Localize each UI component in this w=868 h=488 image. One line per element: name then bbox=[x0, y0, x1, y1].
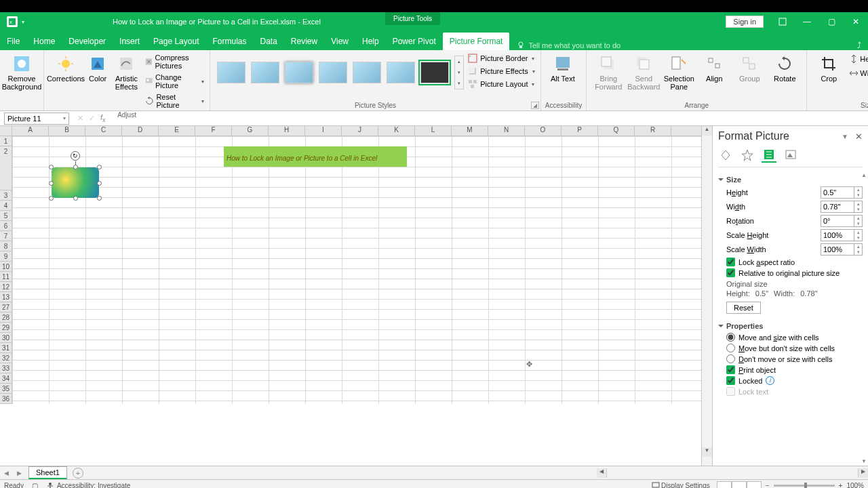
picture-styles-gallery[interactable]: ▴▾▾ bbox=[214, 53, 467, 92]
column-header[interactable]: H bbox=[269, 126, 305, 136]
move-nosize-radio[interactable] bbox=[726, 344, 735, 352]
styles-launcher-icon[interactable]: ◢ bbox=[531, 102, 539, 109]
resize-handle[interactable] bbox=[97, 196, 102, 201]
column-header[interactable]: O bbox=[525, 126, 561, 136]
color-button[interactable]: Color bbox=[83, 53, 112, 84]
normal-view-button[interactable] bbox=[717, 481, 732, 489]
row-header[interactable]: 32 bbox=[0, 353, 12, 363]
page-layout-view-button[interactable] bbox=[732, 481, 747, 489]
zoom-in-button[interactable]: + bbox=[839, 482, 843, 488]
picture-layout-button[interactable]: Picture Layout▾ bbox=[467, 79, 536, 89]
row-header[interactable]: 28 bbox=[0, 312, 12, 323]
column-header[interactable]: L bbox=[415, 126, 452, 136]
cell-grid[interactable]: How to Lock an Image or Picture to a Cel… bbox=[12, 136, 701, 404]
move-size-radio[interactable] bbox=[726, 333, 735, 342]
signin-button[interactable]: Sign in bbox=[726, 16, 764, 28]
column-header[interactable]: N bbox=[488, 126, 525, 136]
style-thumb[interactable] bbox=[387, 62, 415, 83]
row-header[interactable]: 33 bbox=[0, 363, 12, 373]
change-picture-button[interactable]: Change Picture▾ bbox=[144, 73, 206, 90]
row-header[interactable]: 34 bbox=[0, 373, 12, 384]
row-header[interactable]: 31 bbox=[0, 343, 12, 353]
accessibility-status[interactable]: Accessibility: Investigate bbox=[57, 482, 130, 488]
style-thumb[interactable] bbox=[353, 62, 381, 83]
pane-close-button[interactable]: ✕ bbox=[855, 131, 863, 142]
column-header[interactable]: R bbox=[635, 126, 671, 136]
rotate-handle-icon[interactable]: ↻ bbox=[71, 151, 80, 161]
row-header[interactable]: 7 bbox=[0, 231, 12, 241]
page-break-view-button[interactable] bbox=[747, 481, 762, 489]
column-header[interactable]: I bbox=[305, 126, 342, 136]
ribbon-options-icon[interactable] bbox=[770, 12, 795, 31]
tab-home[interactable]: Home bbox=[26, 33, 62, 50]
row-header[interactable]: 29 bbox=[0, 323, 12, 333]
reset-picture-button[interactable]: Reset Picture▾ bbox=[144, 92, 206, 110]
column-header[interactable]: C bbox=[85, 126, 122, 136]
locked-checkbox[interactable] bbox=[726, 376, 735, 385]
display-settings[interactable]: Display Settings bbox=[661, 482, 710, 488]
scroll-down-icon[interactable]: ▼ bbox=[702, 447, 712, 457]
pane-width-input[interactable] bbox=[821, 201, 854, 212]
pane-scroll-down-icon[interactable]: ▼ bbox=[861, 458, 867, 464]
column-header[interactable]: J bbox=[342, 126, 378, 136]
tab-data[interactable]: Data bbox=[253, 33, 283, 50]
align-button[interactable]: Align bbox=[696, 53, 732, 84]
print-object-checkbox[interactable] bbox=[726, 365, 735, 374]
zoom-slider[interactable] bbox=[774, 485, 835, 487]
tab-review[interactable]: Review bbox=[284, 33, 324, 50]
sheet-tab[interactable]: Sheet1 bbox=[28, 466, 67, 479]
artistic-effects-button[interactable]: Artistic Effects bbox=[112, 53, 140, 92]
row-header[interactable]: 6 bbox=[0, 221, 12, 231]
style-thumb[interactable] bbox=[217, 62, 245, 83]
size-properties-tab-icon[interactable] bbox=[762, 148, 776, 163]
row-header[interactable]: 35 bbox=[0, 384, 12, 394]
column-header[interactable]: F bbox=[195, 126, 232, 136]
tab-file[interactable]: File bbox=[0, 33, 26, 50]
picture-effects-button[interactable]: Picture Effects▾ bbox=[467, 66, 536, 77]
resize-handle[interactable] bbox=[49, 165, 54, 169]
pane-scroll-up-icon[interactable]: ▲ bbox=[861, 172, 867, 178]
corrections-button[interactable]: Corrections bbox=[48, 53, 83, 84]
selection-pane-button[interactable]: Selection Pane bbox=[661, 53, 696, 92]
new-sheet-button[interactable]: + bbox=[73, 468, 83, 479]
tab-pagelayout[interactable]: Page Layout bbox=[146, 33, 205, 50]
relative-checkbox[interactable] bbox=[726, 268, 735, 277]
row-header[interactable]: 9 bbox=[0, 251, 12, 262]
effects-tab-icon[interactable] bbox=[740, 148, 755, 163]
tab-pictureformat[interactable]: Picture Format bbox=[443, 33, 510, 50]
pane-scaleh-input[interactable] bbox=[821, 230, 854, 241]
inserted-picture[interactable]: ↻ bbox=[52, 167, 99, 198]
lock-aspect-checkbox[interactable] bbox=[726, 258, 735, 266]
pane-height-input[interactable] bbox=[821, 187, 854, 198]
info-icon[interactable]: i bbox=[766, 376, 774, 385]
resize-handle[interactable] bbox=[73, 196, 78, 201]
zoom-out-button[interactable]: − bbox=[766, 482, 770, 488]
horizontal-scrollbar[interactable]: ◀▶ bbox=[597, 468, 868, 478]
column-header[interactable]: P bbox=[561, 126, 598, 136]
tab-developer[interactable]: Developer bbox=[62, 33, 113, 50]
column-header[interactable]: E bbox=[159, 126, 195, 136]
resize-handle[interactable] bbox=[97, 181, 102, 186]
tab-formulas[interactable]: Formulas bbox=[205, 33, 253, 50]
size-section-header[interactable]: Size bbox=[718, 176, 863, 184]
sheet-nav-prev[interactable]: ◀ bbox=[0, 470, 13, 476]
macro-record-icon[interactable]: ▢ bbox=[32, 482, 38, 488]
close-button[interactable]: ✕ bbox=[844, 12, 868, 31]
spinner[interactable]: ▴▾ bbox=[854, 230, 862, 241]
properties-section-header[interactable]: Properties bbox=[718, 322, 863, 330]
row-header[interactable]: 36 bbox=[0, 394, 12, 404]
row-header[interactable]: 11 bbox=[0, 272, 12, 282]
style-thumb-selected[interactable] bbox=[420, 62, 449, 83]
zoom-level[interactable]: 100% bbox=[846, 482, 864, 488]
row-header[interactable]: 8 bbox=[0, 241, 12, 251]
share-icon[interactable]: ⤴ bbox=[850, 41, 868, 50]
dont-move-radio[interactable] bbox=[726, 354, 735, 363]
row-header[interactable]: 13 bbox=[0, 292, 12, 302]
crop-button[interactable]: Crop bbox=[811, 53, 846, 84]
style-thumb[interactable] bbox=[285, 62, 313, 83]
select-all-button[interactable] bbox=[0, 126, 12, 136]
tab-powerpivot[interactable]: Power Pivot bbox=[386, 33, 443, 50]
spinner[interactable]: ▴▾ bbox=[854, 216, 862, 226]
resize-handle[interactable] bbox=[97, 165, 102, 169]
pane-dropdown-icon[interactable]: ▼ bbox=[842, 133, 848, 140]
